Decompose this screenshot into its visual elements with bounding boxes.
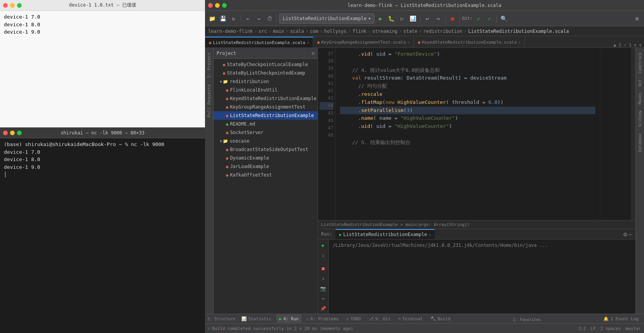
run-config-dropdown[interactable]: ListStateRedistributionExample ▾	[279, 14, 374, 24]
terminal-bottom-content[interactable]: (base) shirukai@shirukaideMacBook-Pro ~ …	[0, 138, 205, 333]
save-button[interactable]: 💾	[218, 14, 227, 23]
bottom-tab-problems[interactable]: ⚠ 6: Problems	[303, 314, 342, 323]
run-scroll-down-button[interactable]: ↓	[319, 251, 328, 260]
breadcrumb-scala[interactable]: scala	[290, 29, 304, 34]
run-restart-button[interactable]: ▶	[319, 241, 328, 250]
open-folder-button[interactable]: 📁	[207, 14, 217, 23]
side-tab-project[interactable]: 1: Project	[205, 49, 213, 81]
tree-item-dynamic[interactable]: ◉ DynamicExample	[214, 154, 318, 162]
tab-list-state[interactable]: ◉ ListStateRedistributionExample.scala ✕	[205, 37, 313, 48]
bottom-tab-statistic[interactable]: 📊 Statistic	[238, 314, 275, 323]
indent-indicator[interactable]: 2 spaces	[600, 326, 621, 331]
code-text[interactable]: .vid( uid = "FormatDevice") // 4. 统计valu…	[335, 48, 600, 220]
bottom-tab-build[interactable]: 🔨 Build	[427, 314, 453, 323]
right-tab-maven[interactable]: Maven	[637, 90, 643, 107]
right-tab-codetrack[interactable]: Codetrack	[637, 49, 643, 76]
maximize-button[interactable]	[17, 3, 22, 8]
tab-close-3[interactable]: ✕	[518, 40, 521, 44]
sync-button[interactable]: ↻	[229, 14, 238, 23]
minimize-button-2[interactable]	[10, 131, 15, 135]
search-everywhere-button[interactable]: 🔍	[499, 14, 508, 23]
tree-item-list-state[interactable]: ◉ ListStateRedistributionExample	[214, 111, 318, 120]
breadcrumb-com[interactable]: com	[310, 29, 318, 34]
branch-indicator[interactable]: master	[625, 326, 641, 331]
run-minimize-icon[interactable]: —	[629, 231, 632, 238]
breadcrumb-src[interactable]: src	[259, 29, 267, 34]
stop-button[interactable]: ■	[448, 14, 457, 23]
structure-side-tab[interactable]: 2: Structure	[207, 317, 235, 321]
right-tab-ant[interactable]: Ant	[637, 76, 643, 90]
close-button[interactable]	[3, 3, 8, 8]
code-editor[interactable]: 37 38 39 40 41 42 43 44 45 46 47 48	[318, 48, 635, 229]
tab-key-group[interactable]: ◉ KeyGroupRangeAssignmentTest.scala ✕	[313, 37, 414, 48]
run-tab-main[interactable]: ▶ ListStateRedistributionExample ✕	[335, 229, 435, 239]
breadcrumb-learn-demo[interactable]: learn-demo-flink	[208, 29, 253, 34]
bottom-tab-git[interactable]: ⎇ 9: Git	[366, 314, 394, 323]
bottom-tab-terminal[interactable]: ⌨ Terminal	[395, 314, 426, 323]
maximize-button-2[interactable]	[17, 131, 22, 135]
run-output-line-1: /Library/Java/JavaVirtualMachines/jdk1.8…	[333, 242, 632, 249]
minimize-button[interactable]	[10, 3, 15, 8]
run-settings-icon[interactable]: ⚙	[624, 231, 627, 238]
ide-minimize-button[interactable]	[215, 3, 220, 8]
breadcrumb-file[interactable]: ListStateRedistributionExample.scala	[468, 29, 569, 34]
close-button-2[interactable]	[3, 131, 8, 135]
ide-maximize-button[interactable]	[222, 3, 227, 8]
tab-keyed-state[interactable]: ◉ KeyedStateRedistributionExample.scala …	[414, 37, 525, 48]
tree-item-flink-local[interactable]: ◉ FlinkLocalEnvUtil	[214, 86, 318, 94]
bottom-tab-event-log[interactable]: 🔔 1 Event Log	[600, 314, 642, 323]
tree-item-keyed-state[interactable]: ◉ KeyedStateRedistributionExample	[214, 94, 318, 103]
breadcrumb-main[interactable]: main	[273, 29, 284, 34]
ide-close-button[interactable]	[208, 3, 213, 8]
bottom-tab-run[interactable]: ▶ 4: Run	[276, 314, 302, 323]
run-screenshot-btn[interactable]: 📷	[319, 284, 328, 293]
back-button[interactable]: ←	[243, 14, 253, 23]
forward-button[interactable]: →	[254, 14, 263, 23]
run-pin-btn[interactable]: 📌	[319, 304, 328, 313]
tab-close-1[interactable]: ✕	[307, 41, 309, 45]
separator-6	[496, 15, 497, 22]
coverage-button[interactable]: ▷	[398, 14, 407, 23]
redo-button[interactable]: ↪	[434, 14, 443, 23]
tree-item-redistribution-folder[interactable]: ▼ 📁 redistribution	[214, 77, 318, 86]
breadcrumb-state[interactable]: state	[403, 29, 417, 34]
tree-item-state-by-list[interactable]: ◉ StateByListCheckpointedExamp	[214, 69, 318, 77]
right-tab-sciview[interactable]: SciView	[637, 107, 643, 130]
gear-icon[interactable]: ⚙	[312, 51, 314, 56]
favorites-side-tab[interactable]: 2: Favorites	[513, 318, 541, 322]
profile-button[interactable]: 📊	[408, 14, 418, 23]
terminal-bottom-label: Terminal	[402, 316, 423, 321]
tab-close-2[interactable]: ✕	[407, 40, 410, 44]
recent-files-button[interactable]: ⏱	[265, 14, 274, 23]
encoding-indicator[interactable]: LF	[591, 326, 596, 331]
tree-item-jar-load[interactable]: ◉ JarLoadExample	[214, 162, 318, 171]
breadcrumb-streaming[interactable]: streaming	[372, 29, 398, 34]
git-check-button[interactable]: ✓	[474, 14, 483, 23]
run-tab-close[interactable]: ✕	[429, 233, 431, 237]
tree-item-broadcast[interactable]: ◉ BroadcastStateSideOutputTest	[214, 145, 318, 154]
run-stop-button[interactable]: ■	[319, 264, 328, 273]
tree-item-readme[interactable]: ◉ README.md	[214, 120, 318, 128]
side-tab-pull-requests[interactable]: Pull Requests	[205, 81, 213, 121]
git-mark-button[interactable]: ✓	[485, 14, 494, 23]
tree-item-socket-server[interactable]: ◉ SocketServer	[214, 128, 318, 137]
bottom-tab-todo[interactable]: ☑ TODO	[343, 314, 364, 323]
line-col-indicator[interactable]: 2:2	[578, 326, 586, 331]
undo-button[interactable]: ↩	[423, 14, 432, 23]
code-scrollbar[interactable]	[631, 48, 635, 220]
right-tab-database[interactable]: Database	[637, 130, 643, 155]
debug-button[interactable]: 🐛	[387, 14, 396, 23]
breadcrumb-flink[interactable]: flink	[352, 29, 366, 34]
tree-item-state-by-checkpoint[interactable]: ◉ StateByCheckpointLocalExample	[214, 60, 318, 69]
line-num-40: 40	[319, 73, 333, 80]
breadcrumb-hollysys[interactable]: hollysys	[324, 29, 347, 34]
tree-item-key-group[interactable]: ◉ KeyGroupRangeAssignmentTest	[214, 103, 318, 111]
terminal-top-content[interactable]: device-1 7.0 device-1 8.0 device-1 9.0	[0, 11, 205, 127]
run-button[interactable]: ▶	[376, 14, 385, 23]
tree-item-kafka-offset[interactable]: ◉ KafkaOffsetTest	[214, 171, 318, 179]
breadcrumb-redistribution[interactable]: redistribution	[423, 29, 462, 34]
run-scroll-btn[interactable]: ↕	[319, 274, 328, 283]
settings-button[interactable]: ⚙	[632, 14, 642, 23]
run-wrap-btn[interactable]: ↔	[319, 294, 328, 303]
tree-item-usecase-folder[interactable]: ▼ 📁 usecase	[214, 137, 318, 145]
